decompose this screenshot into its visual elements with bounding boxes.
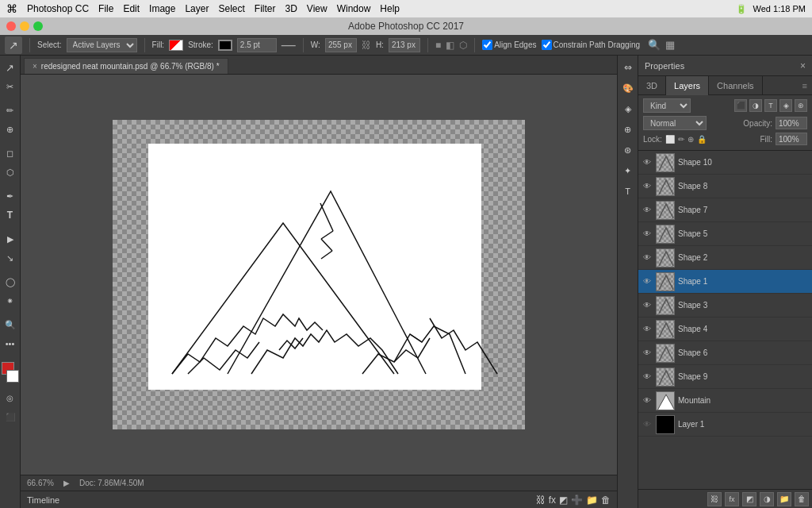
stamp-tool[interactable]: ⊕	[2, 121, 19, 138]
eye-icon[interactable]: 👁	[642, 419, 653, 430]
eye-icon[interactable]: 👁	[642, 205, 653, 216]
layer-item[interactable]: 👁 Shape 4	[638, 318, 812, 341]
lock-position-icon[interactable]: ⊕	[688, 135, 694, 144]
timeline-delete-icon[interactable]: 🗑	[601, 495, 611, 506]
shape-tool[interactable]: ◯	[2, 273, 19, 291]
layer-item-mountain[interactable]: 👁 Mountain	[638, 389, 812, 413]
brush-tool[interactable]: ✏	[2, 102, 19, 119]
crop-tool[interactable]: ✂	[2, 78, 19, 95]
timeline-folder-icon[interactable]: 📁	[586, 495, 598, 506]
layer-item[interactable]: 👁 Shape 7	[638, 198, 812, 222]
lock-all-icon[interactable]: 🔒	[697, 135, 707, 144]
timeline-link-icon[interactable]: ⛓	[536, 495, 546, 506]
direct-selection-tool[interactable]: ↘	[2, 249, 19, 267]
grid-icon[interactable]: ▦	[665, 39, 675, 51]
layer-item[interactable]: 👁 Shape 6	[638, 341, 812, 365]
path-selection-tool[interactable]: ▶	[2, 230, 19, 248]
fill-input[interactable]	[776, 133, 807, 145]
more-tools[interactable]: •••	[2, 335, 19, 352]
layer-item[interactable]: 👁 Shape 5	[638, 222, 812, 246]
eye-icon[interactable]: 👁	[642, 300, 653, 311]
eraser-tool[interactable]: ◻	[2, 144, 19, 162]
timeline-adjust-icon[interactable]: ◩	[559, 495, 568, 506]
constrain-path-label[interactable]: Constrain Path Dragging	[542, 40, 641, 50]
panel-menu-icon[interactable]: ≡	[798, 81, 812, 90]
mask-button[interactable]: ◩	[742, 492, 756, 506]
delete-layer-button[interactable]: 🗑	[795, 492, 809, 506]
constrain-path-checkbox[interactable]	[542, 40, 552, 50]
align-edges-checkbox[interactable]	[482, 40, 492, 50]
text-tool[interactable]: T	[2, 206, 19, 224]
selection-tool[interactable]: ↗	[2, 59, 19, 76]
blend-mode-select[interactable]: Normal	[643, 116, 707, 130]
fill-swatch[interactable]	[169, 40, 183, 51]
layer-item-selected[interactable]: 👁 Shape 1	[638, 270, 812, 294]
active-layers-select[interactable]: Active Layers	[67, 38, 137, 52]
pen-tool[interactable]: ✒	[2, 187, 19, 205]
right-tool-1[interactable]: ⇔	[619, 59, 637, 76]
right-tool-3[interactable]: ◈	[619, 100, 637, 117]
right-tool-5[interactable]: ⊛	[619, 141, 637, 159]
filter-smart-icon[interactable]: ⊛	[795, 99, 807, 112]
eye-icon[interactable]: 👁	[642, 229, 653, 240]
filter-type-icon[interactable]: T	[764, 99, 777, 112]
tab-3d[interactable]: 3D	[638, 76, 666, 95]
lock-image-icon[interactable]: ✏	[678, 135, 684, 144]
eye-icon[interactable]: 👁	[642, 276, 653, 287]
right-tool-6[interactable]: ✦	[619, 162, 637, 179]
kind-select[interactable]: Kind	[643, 98, 691, 113]
menu-edit[interactable]: Edit	[123, 3, 140, 14]
filter-pixel-icon[interactable]: ⬛	[734, 99, 747, 112]
move-tool[interactable]: ↗	[5, 37, 22, 54]
magic-wand-tool[interactable]: ⁕	[2, 292, 19, 310]
menu-view[interactable]: View	[307, 3, 327, 14]
menu-select[interactable]: Select	[218, 3, 244, 14]
document-tab[interactable]: × redesigned neat mountain.psd @ 66.7% (…	[24, 58, 228, 74]
folder-button[interactable]: 📁	[777, 492, 791, 506]
quick-mask-icon[interactable]: ⬛	[2, 408, 19, 425]
search-icon[interactable]: 🔍	[648, 39, 661, 51]
mode-icon[interactable]: ◎	[2, 389, 19, 406]
menu-filter[interactable]: Filter	[255, 3, 276, 14]
tab-close-icon[interactable]: ×	[33, 62, 37, 71]
canvas-content[interactable]	[21, 75, 617, 475]
opacity-input[interactable]	[776, 117, 807, 129]
background-color[interactable]	[6, 370, 19, 383]
eye-icon[interactable]: 👁	[642, 157, 653, 168]
align-edges-label[interactable]: Align Edges	[482, 40, 536, 50]
menu-3d[interactable]: 3D	[285, 3, 297, 14]
eye-icon[interactable]: 👁	[642, 324, 653, 335]
menu-image[interactable]: Image	[149, 3, 175, 14]
lock-transparent-icon[interactable]: ⬜	[665, 135, 675, 144]
eye-icon[interactable]: 👁	[642, 371, 653, 383]
adjustment-button[interactable]: ◑	[760, 492, 774, 506]
stroke-swatch[interactable]	[218, 40, 232, 51]
layer-item[interactable]: 👁 Shape 10	[638, 151, 812, 175]
width-input[interactable]	[325, 38, 357, 52]
filter-shape-icon[interactable]: ◈	[779, 99, 792, 112]
layer-item[interactable]: 👁 Shape 2	[638, 246, 812, 270]
right-tool-2[interactable]: 🎨	[619, 79, 637, 97]
color-swatches[interactable]	[0, 362, 21, 383]
right-tool-4[interactable]: ⊕	[619, 121, 637, 138]
stroke-width-input[interactable]	[237, 38, 277, 52]
filter-adjust-icon[interactable]: ◑	[749, 99, 762, 112]
menu-photoshop[interactable]: Photoshop CC	[27, 3, 89, 14]
link-layers-button[interactable]: ⛓	[707, 492, 722, 506]
close-button[interactable]	[6, 21, 16, 31]
eye-icon[interactable]: 👁	[642, 348, 653, 359]
properties-close-icon[interactable]: ×	[800, 60, 806, 71]
menu-window[interactable]: Window	[337, 3, 371, 14]
tab-channels[interactable]: Channels	[709, 76, 762, 95]
menu-layer[interactable]: Layer	[185, 3, 209, 14]
layers-list[interactable]: 👁 Shape 10 👁 Shape 8 👁	[638, 151, 812, 489]
fill-tool[interactable]: ⬡	[2, 164, 19, 181]
height-input[interactable]	[389, 38, 420, 52]
eye-icon[interactable]: 👁	[642, 181, 653, 192]
fx-button[interactable]: fx	[725, 492, 739, 506]
layer-item[interactable]: 👁 Shape 9	[638, 365, 812, 389]
eye-icon[interactable]: 👁	[642, 252, 653, 264]
zoom-tool[interactable]: 🔍	[2, 316, 19, 333]
right-tool-7[interactable]: T	[619, 183, 637, 200]
timeline-add-icon[interactable]: ➕	[571, 495, 583, 506]
